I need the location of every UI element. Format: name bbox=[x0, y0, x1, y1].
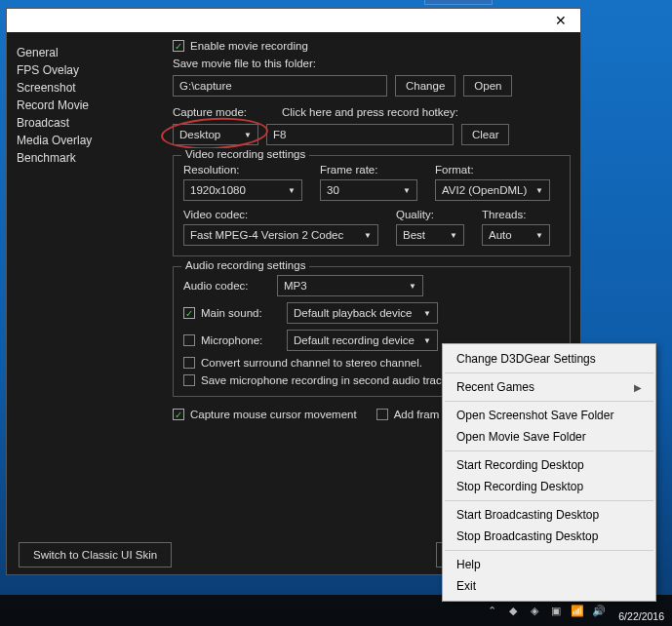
context-separator bbox=[445, 550, 653, 551]
check-icon: ✓ bbox=[183, 307, 195, 319]
context-menu: Change D3DGear SettingsRecent Games▶Open… bbox=[442, 343, 656, 602]
chevron-down-icon: ▼ bbox=[364, 231, 372, 240]
close-button[interactable]: ✕ bbox=[541, 9, 580, 32]
save-folder-input[interactable] bbox=[173, 75, 387, 97]
context-separator bbox=[445, 372, 653, 373]
audio-codec-label: Audio codec: bbox=[183, 280, 269, 292]
check-icon bbox=[376, 409, 388, 420]
chevron-right-icon: ▶ bbox=[634, 382, 642, 393]
addframe-label: Add fram bbox=[394, 409, 440, 420]
context-item-open-screenshot-save-folder[interactable]: Open Screenshot Save Folder bbox=[443, 405, 655, 426]
microphone-select[interactable]: Default recording device▼ bbox=[287, 330, 438, 351]
chevron-down-icon: ▼ bbox=[409, 282, 416, 291]
sidebar-item-fps-ovelay[interactable]: FPS Ovelay bbox=[17, 61, 163, 79]
context-item-stop-broadcasting-desktop[interactable]: Stop Broadcasting Desktop bbox=[443, 526, 655, 547]
context-separator bbox=[445, 500, 653, 501]
framerate-label: Frame rate: bbox=[320, 164, 417, 176]
enable-label: Enable movie recording bbox=[190, 40, 308, 52]
tray-app-icon[interactable]: ◈ bbox=[527, 603, 542, 618]
check-icon bbox=[183, 334, 195, 346]
audio-legend: Audio recording settings bbox=[181, 259, 309, 271]
open-button[interactable]: Open bbox=[463, 75, 512, 97]
video-codec-label: Video codec: bbox=[183, 209, 378, 220]
taskbar-date: 6/22/2016 bbox=[618, 610, 664, 623]
context-item-change-d3dgear-settings[interactable]: Change D3DGear Settings bbox=[443, 348, 655, 370]
cursor-checkbox[interactable]: ✓ Capture mouse cursor movement bbox=[173, 409, 357, 420]
hotkey-input[interactable] bbox=[266, 124, 454, 145]
check-icon: ✓ bbox=[173, 409, 184, 420]
context-item-recent-games[interactable]: Recent Games▶ bbox=[443, 376, 655, 398]
sidebar-item-broadcast[interactable]: Broadcast bbox=[17, 114, 163, 132]
quality-select[interactable]: Best▼ bbox=[396, 224, 464, 246]
chevron-down-icon: ▼ bbox=[423, 309, 431, 318]
format-select[interactable]: AVI2 (OpenDML)▼ bbox=[435, 179, 550, 201]
save-folder-label: Save movie file to this folder: bbox=[173, 58, 571, 69]
sidebar-item-benchmark[interactable]: Benchmark bbox=[17, 149, 163, 167]
sidebar-item-screenshot[interactable]: Screenshot bbox=[17, 79, 163, 97]
context-item-start-broadcasting-desktop[interactable]: Start Broadcasting Desktop bbox=[443, 504, 655, 526]
change-button[interactable]: Change bbox=[395, 75, 455, 97]
check-icon bbox=[183, 374, 195, 386]
main-sound-label: Main sound: bbox=[201, 307, 262, 319]
chevron-down-icon: ▼ bbox=[244, 131, 252, 139]
threads-label: Threads: bbox=[482, 209, 550, 220]
microphone-label: Microphone: bbox=[201, 334, 262, 346]
audio-codec-select[interactable]: MP3▼ bbox=[277, 275, 423, 296]
cursor-label: Capture mouse cursor movement bbox=[190, 409, 357, 420]
tray-up-icon[interactable]: ⌃ bbox=[484, 603, 499, 618]
enable-recording-checkbox[interactable]: ✓ Enable movie recording bbox=[173, 40, 571, 52]
context-separator bbox=[445, 401, 653, 402]
sidebar: GeneralFPS OvelayScreenshotRecord MovieB… bbox=[17, 40, 163, 529]
tray-volume-icon[interactable]: 🔊 bbox=[591, 603, 607, 618]
context-separator bbox=[445, 450, 653, 451]
chevron-down-icon: ▼ bbox=[423, 336, 431, 345]
video-codec-select[interactable]: Fast MPEG-4 Version 2 Codec▼ bbox=[183, 224, 378, 246]
chevron-down-icon: ▼ bbox=[535, 231, 543, 240]
resolution-select[interactable]: 1920x1080▼ bbox=[183, 179, 302, 201]
mic-second-label: Save microphone recording in second audi… bbox=[201, 374, 442, 386]
capture-mode-select[interactable]: Desktop ▼ bbox=[173, 124, 258, 145]
threads-select[interactable]: Auto▼ bbox=[482, 224, 550, 246]
chevron-down-icon: ▼ bbox=[403, 186, 411, 195]
video-legend: Video recording settings bbox=[181, 148, 309, 160]
capture-mode-value: Desktop bbox=[179, 129, 220, 140]
titlebar: ✕ bbox=[7, 9, 580, 32]
microphone-checkbox[interactable]: Microphone: bbox=[183, 334, 279, 346]
context-item-help[interactable]: Help bbox=[443, 554, 655, 575]
quality-label: Quality: bbox=[396, 209, 464, 220]
addframe-checkbox[interactable]: Add fram bbox=[376, 409, 440, 420]
capture-mode-label: Capture mode: bbox=[173, 106, 260, 118]
sidebar-item-record-movie[interactable]: Record Movie bbox=[17, 97, 163, 114]
context-item-exit[interactable]: Exit bbox=[443, 575, 655, 597]
framerate-select[interactable]: 30▼ bbox=[320, 179, 417, 201]
hotkey-label: Click here and press record hotkey: bbox=[282, 106, 458, 118]
context-item-open-movie-save-folder[interactable]: Open Movie Save Folder bbox=[443, 426, 655, 448]
surround-label: Convert surround channel to stereo chann… bbox=[201, 357, 422, 369]
tray-network-icon[interactable]: 📶 bbox=[570, 603, 585, 618]
tray-app-icon[interactable]: ◆ bbox=[505, 603, 521, 618]
main-sound-select[interactable]: Default playback device▼ bbox=[287, 302, 438, 324]
check-icon bbox=[183, 357, 195, 369]
check-icon: ✓ bbox=[173, 40, 184, 52]
sidebar-item-general[interactable]: General bbox=[17, 44, 163, 61]
chevron-down-icon: ▼ bbox=[535, 186, 543, 195]
chevron-down-icon: ▼ bbox=[288, 186, 296, 195]
format-label: Format: bbox=[435, 164, 550, 176]
skin-button[interactable]: Switch to Classic UI Skin bbox=[19, 542, 172, 567]
resolution-label: Resolution: bbox=[183, 164, 302, 176]
sidebar-item-media-overlay[interactable]: Media Overlay bbox=[17, 132, 163, 149]
tray-app-icon[interactable]: ▣ bbox=[548, 603, 564, 618]
chevron-down-icon: ▼ bbox=[450, 231, 457, 240]
clear-button[interactable]: Clear bbox=[461, 124, 509, 145]
taskbar-thumbnail bbox=[424, 0, 493, 5]
main-sound-checkbox[interactable]: ✓ Main sound: bbox=[183, 307, 279, 319]
context-item-stop-recording-desktop[interactable]: Stop Recording Desktop bbox=[443, 476, 655, 497]
context-item-start-recording-desktop[interactable]: Start Recording Desktop bbox=[443, 454, 655, 476]
video-fieldset: Video recording settings Resolution: 192… bbox=[173, 155, 571, 256]
taskbar-clock[interactable]: 00:00 PM 6/22/2016 bbox=[613, 598, 664, 622]
